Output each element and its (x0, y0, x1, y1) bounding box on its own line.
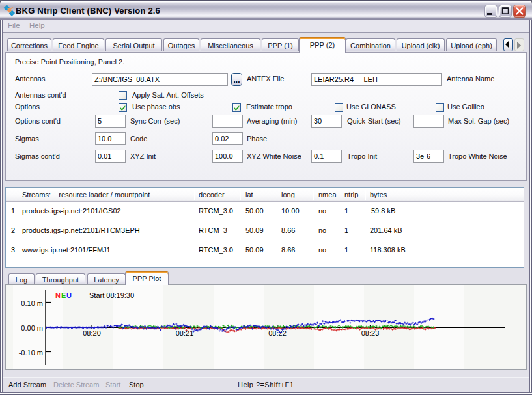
svg-text:N: N (55, 292, 61, 299)
svg-text:U: U (66, 292, 72, 299)
svg-text:08:20: 08:20 (83, 329, 101, 337)
svg-text:E: E (61, 292, 66, 299)
svg-text:-0.10 m: -0.10 m (19, 349, 43, 357)
svg-text:0.10 m: 0.10 m (21, 299, 43, 307)
svg-text:0.00 m: 0.00 m (21, 324, 43, 332)
svg-text:08:21: 08:21 (176, 329, 194, 337)
svg-text:08:23: 08:23 (361, 329, 380, 337)
svg-text:Start 08:19:30: Start 08:19:30 (89, 292, 134, 299)
